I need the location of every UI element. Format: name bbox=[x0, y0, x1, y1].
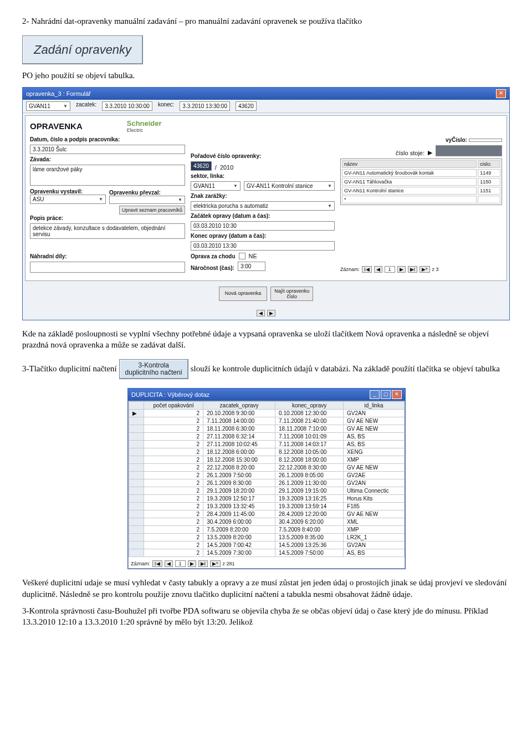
table-row[interactable]: 226.1.2009 7:50:0026.1.2009 8:05:00GV2AE bbox=[129, 472, 405, 479]
col-konec[interactable]: konec_opravy bbox=[275, 402, 344, 410]
zac-field[interactable]: 03.03.2010 10:30 bbox=[191, 221, 335, 231]
prevzal-select[interactable]: ▼ bbox=[109, 196, 185, 204]
table-row[interactable]: 227.11.2008 10:02:457.11.2008 14:03:17AS… bbox=[129, 441, 405, 448]
row-selector[interactable] bbox=[129, 425, 144, 433]
nav-first-icon[interactable]: I◀ bbox=[362, 266, 372, 273]
row-selector[interactable] bbox=[129, 503, 144, 510]
table-row[interactable]: 228.4.2009 11:45:0028.4.2009 12:20:00GV … bbox=[129, 510, 405, 518]
chevron-down-icon: ▼ bbox=[63, 104, 68, 109]
nav-new-icon[interactable]: ▶* bbox=[210, 560, 221, 567]
table-row[interactable]: 227.11.2008 6:32:147.11.2008 10:01:09AS,… bbox=[129, 433, 405, 441]
nav-prev-icon[interactable]: ◀ bbox=[374, 266, 382, 273]
table-row-new[interactable]: * bbox=[342, 196, 500, 203]
table-row[interactable]: 230.4.2009 6:00:0030.4.2009 6:20:00XML bbox=[129, 518, 405, 526]
row-selector[interactable] bbox=[129, 534, 144, 542]
najit-opravenku-button[interactable]: Najít opravenku číslo bbox=[270, 287, 313, 301]
row-selector[interactable] bbox=[129, 526, 144, 534]
stoj-field[interactable] bbox=[436, 145, 502, 156]
stoj-arrow[interactable]: ▶ bbox=[428, 149, 432, 156]
sektor2-select[interactable]: GV-AN11 Kontrolní stanice ▼ bbox=[244, 181, 335, 191]
table-row[interactable]: 214.5.2009 7:00:4214.5.2009 13:25:36GV2A… bbox=[129, 542, 405, 549]
table-row[interactable]: 226.1.2009 8:30:0026.1.2009 11:30:00GV2A… bbox=[129, 479, 405, 487]
nav-next-icon[interactable]: ▶ bbox=[397, 266, 406, 273]
minimize-icon[interactable]: _ bbox=[370, 390, 380, 399]
doc-para-6: 3-Kontrola správnosti času-Bouhužel při … bbox=[22, 605, 510, 628]
row-selector[interactable] bbox=[129, 472, 144, 479]
nav-last-icon[interactable]: ▶I bbox=[198, 560, 208, 567]
table-row[interactable]: GV-AN11 Táhlovačka 1150 bbox=[342, 178, 500, 186]
row-selector[interactable] bbox=[129, 433, 144, 441]
table-row[interactable]: 27.5.2009 8:20:007.5.2009 8:40:00XMP bbox=[129, 526, 405, 534]
table-row[interactable]: 219.3.2009 13:32:4519.3.2009 13:59:14F18… bbox=[129, 503, 405, 510]
maximize-icon[interactable]: ▢ bbox=[381, 390, 391, 399]
close-icon[interactable]: ✕ bbox=[392, 390, 402, 399]
top-linka-select[interactable]: GVAN11 ▼ bbox=[26, 101, 70, 111]
cell: 20.10.2008 9:30:00 bbox=[203, 410, 275, 417]
naroc-field[interactable]: 3:00 bbox=[238, 262, 265, 271]
row-selector[interactable] bbox=[129, 417, 144, 425]
cell: 14.5.2009 7:30:00 bbox=[203, 549, 275, 557]
top-zacatek-label: zacatek: bbox=[76, 101, 96, 111]
datum-field[interactable]: 3.3.2010 Šulc bbox=[30, 145, 185, 154]
table-row[interactable]: 214.5.2009 7:30:0014.5.2009 7:50:00AS, B… bbox=[129, 549, 405, 557]
row-selector[interactable] bbox=[129, 464, 144, 472]
chodu-checkbox[interactable] bbox=[239, 253, 245, 259]
col-linka[interactable]: id_linka bbox=[344, 402, 405, 410]
table-row[interactable]: 222.12.2008 8:20:0022.12.2008 8:30:00GV … bbox=[129, 464, 405, 472]
nav-position[interactable]: 1 bbox=[175, 560, 186, 567]
nav-prev-icon[interactable]: ◀ bbox=[165, 560, 173, 567]
popis-field[interactable]: detekce závady, konzultace s dodavatelem… bbox=[30, 223, 185, 239]
table-row[interactable]: 218.11.2008 6:30:0018.11.2008 7:10:00GV … bbox=[129, 425, 405, 433]
table-row[interactable]: 213.5.2009 8:20:0013.5.2009 8:35:00LR2K_… bbox=[129, 534, 405, 542]
table-row[interactable]: GV-AN11 Automatický šroubovák kontak 114… bbox=[342, 169, 500, 177]
dily-field[interactable] bbox=[30, 262, 185, 273]
nav-new-icon[interactable]: ▶* bbox=[420, 266, 430, 273]
nav-last-icon[interactable]: ▶I bbox=[408, 266, 418, 273]
zadani-opravenky-button[interactable]: Zadání opravenky bbox=[22, 35, 143, 64]
nav-first-icon[interactable]: I◀ bbox=[152, 560, 162, 567]
table-row[interactable]: 218.12.2008 15:30:008.12.2008 18:00:00XM… bbox=[129, 456, 405, 464]
row-selector[interactable] bbox=[129, 495, 144, 503]
row-selector[interactable] bbox=[129, 479, 144, 487]
table-row[interactable]: GV-AN11 Kontrolní stanice 1151 bbox=[342, 187, 500, 195]
nav-prev-icon[interactable]: ◀ bbox=[257, 310, 265, 316]
row-selector[interactable] bbox=[129, 549, 144, 557]
zavada-field[interactable]: láme oranžové páky bbox=[30, 165, 185, 186]
row-selector[interactable] bbox=[129, 518, 144, 526]
chevron-down-icon: ▼ bbox=[178, 197, 182, 202]
cell: 19.3.2009 13:59:14 bbox=[275, 503, 344, 510]
opravenka-titlebar: opravenka_3 : Formulář ✕ bbox=[23, 88, 509, 100]
vystavil-select[interactable]: ASU ▼ bbox=[30, 195, 106, 204]
nav-next-icon[interactable]: ▶ bbox=[188, 560, 196, 567]
table-row[interactable]: ▶220.10.2008 9:30:000.10.2008 12:30:00GV… bbox=[129, 410, 405, 417]
table-row[interactable]: 218.12.2008 6:00:008.12.2008 10:05:00XEN… bbox=[129, 448, 405, 456]
col-pocet[interactable]: počet opakování bbox=[144, 402, 203, 410]
znak-select[interactable]: elektricka porucha s automatiz ▼ bbox=[191, 201, 335, 211]
sektor-select[interactable]: GVAN11 ▼ bbox=[191, 181, 241, 191]
kon-field[interactable]: 03.03.2010 13:30 bbox=[191, 241, 335, 251]
table-row[interactable]: 219.3.2009 12:50:1719.3.2009 13:16:25Hor… bbox=[129, 495, 405, 503]
duplicita-titlebar: DUPLICITA : Výběrový dotaz _ ▢ ✕ bbox=[128, 389, 405, 401]
table-row[interactable]: 229.1.2009 18:20:0029.1.2009 19:15:00Ult… bbox=[129, 487, 405, 495]
porad-label: Pořadové číslo opravenky: bbox=[191, 153, 335, 159]
close-icon[interactable]: ✕ bbox=[496, 89, 506, 98]
col-zacatek[interactable]: zacatek_opravy bbox=[203, 402, 275, 410]
cell: 8.12.2008 18:00:00 bbox=[275, 456, 344, 464]
cell: 14.5.2009 7:00:42 bbox=[203, 542, 275, 549]
row-selector[interactable] bbox=[129, 448, 144, 456]
vycislo-field[interactable] bbox=[469, 139, 502, 142]
row-selector[interactable]: ▶ bbox=[129, 410, 144, 417]
upravit-seznam-button[interactable]: Upravit seznam pracovníků bbox=[119, 206, 185, 214]
row-selector[interactable] bbox=[129, 542, 144, 549]
nav-position[interactable]: 1 bbox=[385, 266, 395, 273]
cell: 26.1.2009 8:30:00 bbox=[203, 479, 275, 487]
kontrola-duplicit-button[interactable]: 3-Kontrola duplicitního načtení bbox=[119, 359, 188, 379]
nova-opravenka-button[interactable]: Nová opravenka bbox=[219, 287, 268, 301]
row-selector[interactable] bbox=[129, 456, 144, 464]
row-selector[interactable] bbox=[129, 441, 144, 448]
table-row[interactable]: 27.11.2008 14:00:007.11.2008 21:40:00GV … bbox=[129, 417, 405, 425]
row-selector[interactable] bbox=[129, 487, 144, 495]
kon-label: Konec opravy (datum a čas): bbox=[191, 233, 335, 239]
row-selector[interactable] bbox=[129, 510, 144, 518]
nav-next-icon[interactable]: ▶ bbox=[267, 310, 275, 316]
